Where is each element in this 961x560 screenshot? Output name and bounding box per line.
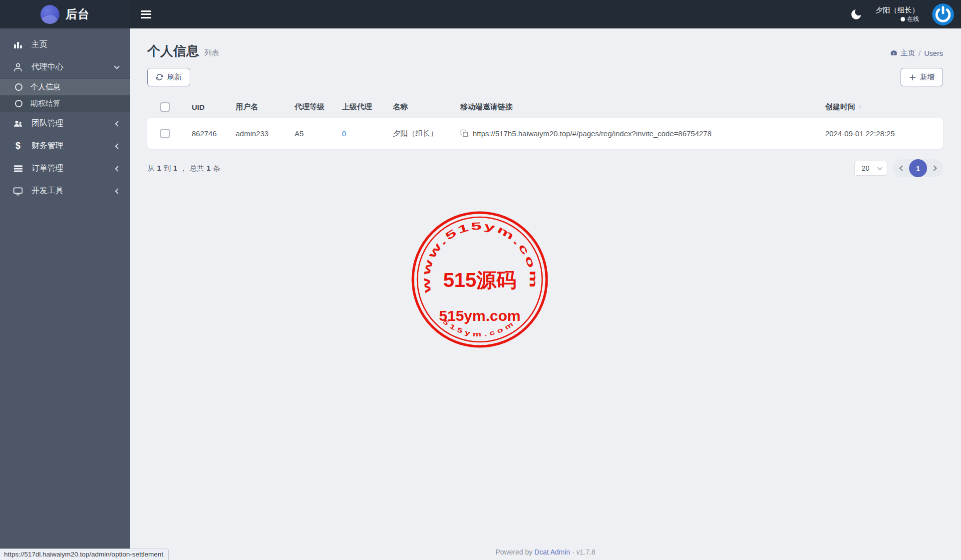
cell-invite-link: https://517h5.haiwaiym20.top/#/pages/reg…	[473, 129, 711, 138]
chevron-down-icon	[878, 165, 883, 170]
sidebar: 主页 代理中心 个人信息 期权结算 团队管理 $ 财务管理 订单管	[0, 28, 130, 560]
table-header-row: UID 用户名 代理等级 上级代理 名称 移动端邀请链接 创建时间↑	[147, 96, 943, 118]
link-preview-statusbar: https://517dl.haiwaiym20.top/admin/optio…	[0, 549, 169, 560]
add-button[interactable]: 新增	[901, 68, 943, 86]
refresh-button[interactable]: 刷新	[147, 68, 190, 86]
sidebar-item-label: 期权结算	[30, 99, 60, 108]
list-icon	[12, 164, 24, 173]
col-header-invite-link: 移动端邀请链接	[460, 102, 825, 112]
sidebar-item-option-settlement[interactable]: 期权结算	[0, 95, 130, 112]
footer-version: v1.7.8	[576, 548, 595, 556]
circle-icon	[15, 83, 22, 91]
col-header-parent-agent: 上级代理	[342, 102, 393, 112]
breadcrumb-home[interactable]: 主页	[890, 48, 915, 58]
pager: 1	[893, 159, 943, 177]
sidebar-item-order-management[interactable]: 订单管理	[0, 157, 130, 180]
page-title: 个人信息	[147, 42, 199, 60]
team-icon	[12, 119, 24, 129]
user-name: 夕阳（组长）	[876, 5, 919, 15]
brand-title: 后台	[66, 6, 90, 22]
sidebar-item-label: 个人信息	[30, 82, 60, 92]
col-header-uid: UID	[192, 103, 236, 111]
chevron-left-icon	[115, 188, 120, 194]
chevron-left-icon	[115, 166, 120, 171]
online-dot-icon	[901, 17, 905, 21]
footer-separator: ·	[572, 548, 575, 556]
cell-uid: 862746	[192, 129, 236, 138]
refresh-icon	[156, 73, 163, 81]
next-page-button[interactable]	[927, 166, 943, 170]
cell-agent-level: A5	[295, 129, 342, 138]
dark-mode-moon-icon[interactable]	[850, 8, 863, 21]
sidebar-item-personal-info[interactable]: 个人信息	[0, 79, 130, 95]
top-navbar: 后台 夕阳（组长） 在线	[0, 0, 961, 28]
chevron-right-icon	[931, 165, 937, 171]
sidebar-submenu: 个人信息 期权结算	[0, 78, 130, 112]
cell-parent-agent-link[interactable]: 0	[342, 129, 393, 138]
col-header-username: 用户名	[236, 102, 295, 112]
page-subtitle: 列表	[204, 48, 219, 58]
sidebar-item-dev-tools[interactable]: 开发工具	[0, 180, 130, 202]
pagination: 从1 到1 ，总共 1条 20 1	[147, 159, 943, 177]
chevron-left-icon	[899, 165, 905, 171]
col-header-created-at[interactable]: 创建时间↑	[825, 102, 943, 112]
sidebar-item-label: 订单管理	[31, 163, 116, 174]
circle-icon	[15, 100, 22, 107]
sidebar-item-label: 财务管理	[31, 141, 116, 151]
power-avatar-icon	[932, 3, 954, 25]
app-logo-icon	[40, 5, 59, 24]
col-header-agent-level: 代理等级	[295, 102, 342, 112]
sidebar-item-label: 团队管理	[31, 118, 116, 129]
dcat-admin-link[interactable]: Dcat Admin	[534, 548, 570, 556]
chevron-left-icon	[115, 121, 120, 126]
prev-page-button[interactable]	[893, 166, 909, 170]
refresh-label: 刷新	[167, 72, 182, 82]
copy-icon[interactable]	[460, 129, 468, 137]
avatar[interactable]	[932, 3, 954, 25]
cell-name: 夕阳（组长）	[393, 129, 460, 138]
table-row: 862746 admin233 A5 0 夕阳（组长） https://517h…	[147, 118, 943, 149]
sidebar-item-label: 代理中心	[31, 62, 115, 72]
devtools-icon	[12, 186, 24, 196]
footer: Powered by Dcat Admin · v1.7.8	[130, 548, 961, 556]
user-status: 在线	[876, 15, 919, 23]
dashboard-icon	[890, 49, 898, 57]
sort-asc-icon[interactable]: ↑	[858, 103, 862, 111]
breadcrumb-separator: /	[919, 49, 921, 57]
sidebar-item-label: 主页	[31, 39, 119, 50]
select-all-checkbox[interactable]	[160, 102, 170, 112]
users-table: UID 用户名 代理等级 上级代理 名称 移动端邀请链接 创建时间↑ 86274…	[147, 96, 943, 149]
breadcrumb-home-label: 主页	[901, 48, 915, 58]
sidebar-item-team-management[interactable]: 团队管理	[0, 112, 130, 135]
main-content: 个人信息 列表 主页 / Users 刷新 新增 UID 用户名 代理等级 上级	[130, 28, 961, 560]
sidebar-item-label: 开发工具	[31, 186, 116, 196]
page-size-select[interactable]: 20	[854, 161, 887, 176]
user-icon	[12, 62, 24, 72]
sidebar-item-agent-center[interactable]: 代理中心	[0, 56, 130, 78]
cell-created-at: 2024-09-01 22:28:25	[825, 129, 943, 138]
powered-by-label: Powered by	[495, 548, 532, 556]
cell-username: admin233	[236, 129, 295, 138]
brand[interactable]: 后台	[0, 0, 130, 28]
sidebar-item-finance-management[interactable]: $ 财务管理	[0, 135, 130, 157]
sidebar-item-home[interactable]: 主页	[0, 33, 130, 56]
chevron-left-icon	[115, 143, 120, 149]
breadcrumb-current: Users	[924, 49, 943, 57]
add-label: 新增	[920, 72, 935, 82]
chevron-down-icon	[114, 63, 119, 69]
chart-bar-icon	[12, 40, 24, 50]
user-info[interactable]: 夕阳（组长） 在线	[876, 5, 919, 23]
breadcrumb: 主页 / Users	[890, 48, 943, 58]
row-checkbox[interactable]	[160, 129, 170, 138]
pagination-summary: 从1 到1 ，总共 1条	[147, 164, 220, 173]
sidebar-toggle-icon[interactable]	[141, 10, 151, 18]
plus-icon	[909, 74, 916, 81]
online-label: 在线	[907, 15, 919, 23]
col-header-name: 名称	[393, 102, 460, 112]
page-size-value: 20	[862, 164, 870, 172]
dollar-icon: $	[12, 141, 24, 151]
current-page-button[interactable]: 1	[909, 159, 927, 177]
